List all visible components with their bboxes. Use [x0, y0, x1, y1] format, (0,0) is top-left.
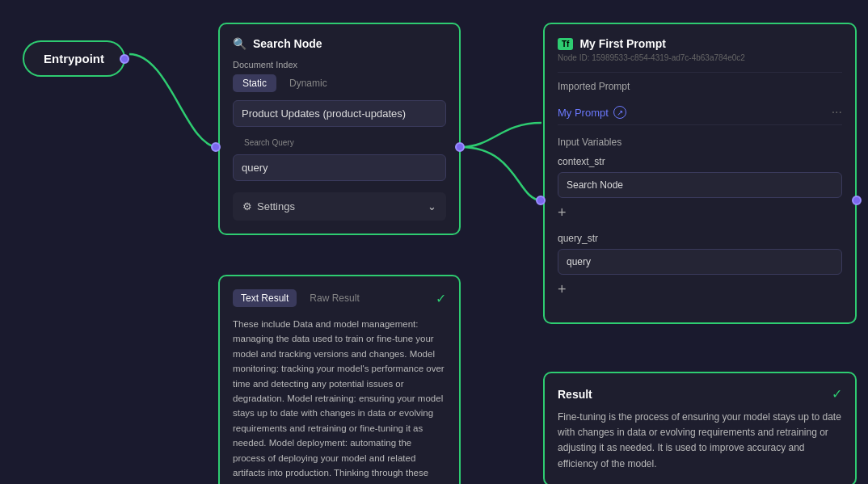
- search-node-title: 🔍 Search Node: [233, 37, 446, 50]
- tab-text-result[interactable]: Text Result: [233, 289, 297, 307]
- result-text-left: These include Data and model management:…: [233, 317, 446, 484]
- tab-static[interactable]: Static: [233, 74, 276, 92]
- prompt-card: Tf My First Prompt Node ID: 15989533-c85…: [543, 23, 857, 324]
- entrypoint-right-dot: [120, 54, 129, 64]
- search-node-card: 🔍 Search Node Document Index Static Dyna…: [218, 23, 461, 235]
- node-id: Node ID: 15989533-c854-4319-ad7c-4b63a78…: [558, 53, 842, 62]
- edge-dot-3: [536, 196, 546, 205]
- result-body-right: Fine-tuning is the process of ensuring y…: [558, 410, 842, 472]
- variable-input-context[interactable]: [558, 172, 842, 198]
- settings-gear-icon: ⚙: [242, 200, 252, 213]
- variable-input-query[interactable]: [558, 249, 842, 275]
- result-check-right: ✓: [832, 386, 842, 402]
- edge-dot-4: [852, 196, 862, 205]
- variable-label-query: query_str: [558, 233, 842, 244]
- three-dots-menu[interactable]: ···: [832, 105, 842, 120]
- settings-row[interactable]: ⚙ Settings ⌄: [233, 192, 446, 221]
- result-title-right: Result: [558, 388, 592, 401]
- chevron-down-icon: ⌄: [428, 200, 436, 213]
- search-icon: 🔍: [233, 37, 246, 50]
- link-external-icon: ↗: [613, 106, 626, 119]
- search-query-input[interactable]: [233, 154, 446, 181]
- entrypoint-node: Entrypoint: [23, 40, 125, 77]
- search-query-group: Search Query: [233, 145, 446, 192]
- result-card-left: Text Result Raw Result ✓ These include D…: [218, 275, 461, 484]
- document-index-tabs: Static Dynamic: [233, 74, 446, 92]
- entrypoint-label: Entrypoint: [44, 52, 104, 65]
- variable-label-context: context_str: [558, 156, 842, 167]
- result-tabs: Text Result Raw Result ✓: [233, 289, 446, 307]
- document-index-input[interactable]: [233, 100, 446, 127]
- result-header-right: Result ✓: [558, 386, 842, 402]
- add-variable-1-btn[interactable]: +: [558, 204, 842, 221]
- tf-icon: Tf: [558, 38, 573, 50]
- divider-1: [558, 72, 842, 73]
- imported-prompt-label: Imported Prompt: [558, 81, 842, 92]
- document-index-label: Document Index: [233, 60, 446, 69]
- prompt-link-row: My Prompt ↗ ···: [558, 100, 842, 125]
- result-check-icon: ✓: [436, 291, 446, 306]
- settings-left: ⚙ Settings: [242, 200, 295, 213]
- input-variables-label: Input Variables: [558, 137, 842, 148]
- edge-dot-2: [455, 142, 465, 152]
- edge-dot-1: [211, 142, 221, 152]
- tab-raw-result[interactable]: Raw Result: [301, 289, 367, 307]
- tab-dynamic[interactable]: Dynamic: [280, 74, 337, 92]
- result-tab-group: Text Result Raw Result: [233, 289, 368, 307]
- prompt-link[interactable]: My Prompt ↗: [558, 106, 626, 119]
- search-query-label: Search Query: [241, 138, 297, 147]
- prompt-title: Tf My First Prompt: [558, 37, 842, 50]
- result-card-right: Result ✓ Fine-tuning is the process of e…: [543, 372, 857, 484]
- add-variable-2-btn[interactable]: +: [558, 281, 842, 298]
